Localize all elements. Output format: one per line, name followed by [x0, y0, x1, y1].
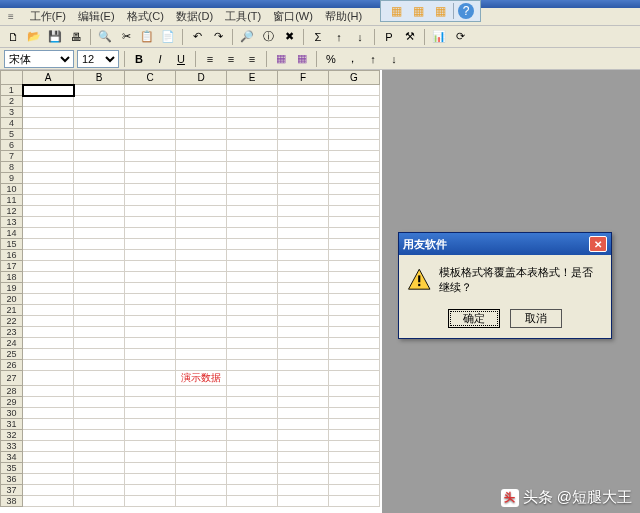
row-header[interactable]: 36 [1, 474, 23, 485]
cell[interactable] [227, 360, 278, 371]
cell[interactable] [23, 272, 74, 283]
cell[interactable] [227, 195, 278, 206]
decimal-dec-icon[interactable]: ↓ [385, 50, 403, 68]
cell[interactable] [329, 195, 380, 206]
cell[interactable] [23, 397, 74, 408]
cell[interactable] [329, 496, 380, 507]
row-header[interactable]: 15 [1, 239, 23, 250]
cell[interactable] [227, 118, 278, 129]
cell[interactable] [227, 305, 278, 316]
sort-asc-icon[interactable]: ↑ [330, 28, 348, 46]
cell[interactable] [176, 305, 227, 316]
menu-window[interactable]: 窗口(W) [267, 7, 319, 26]
row-header[interactable]: 2 [1, 96, 23, 107]
cell[interactable] [176, 463, 227, 474]
cell[interactable] [23, 452, 74, 463]
cell[interactable] [278, 283, 329, 294]
cell[interactable] [329, 316, 380, 327]
cell[interactable] [227, 430, 278, 441]
cell[interactable] [176, 441, 227, 452]
cell[interactable] [227, 419, 278, 430]
cell[interactable] [227, 441, 278, 452]
spreadsheet-area[interactable]: ABCDEFG123456789101112131415161718192021… [0, 70, 382, 513]
row-header[interactable]: 38 [1, 496, 23, 507]
cell[interactable] [329, 349, 380, 360]
cell[interactable] [74, 386, 125, 397]
cell[interactable] [125, 338, 176, 349]
column-header[interactable]: F [278, 71, 329, 85]
cell[interactable] [125, 96, 176, 107]
cell[interactable] [125, 195, 176, 206]
cell[interactable] [278, 129, 329, 140]
cell[interactable] [74, 371, 125, 386]
column-header[interactable]: G [329, 71, 380, 85]
align-right-icon[interactable]: ≡ [243, 50, 261, 68]
cancel-button[interactable]: 取消 [510, 309, 562, 328]
cell[interactable] [23, 239, 74, 250]
row-header[interactable]: 21 [1, 305, 23, 316]
cell[interactable] [329, 327, 380, 338]
cell[interactable] [23, 294, 74, 305]
row-header[interactable]: 34 [1, 452, 23, 463]
cell[interactable] [176, 173, 227, 184]
column-header[interactable]: B [74, 71, 125, 85]
cell[interactable] [125, 217, 176, 228]
cell[interactable] [74, 397, 125, 408]
menu-file[interactable]: 工作(F) [24, 7, 72, 26]
cell[interactable] [278, 327, 329, 338]
cell[interactable] [329, 107, 380, 118]
insert-icon[interactable]: ⓘ [259, 28, 277, 46]
cell[interactable] [125, 485, 176, 496]
cell[interactable] [227, 250, 278, 261]
cell[interactable] [278, 118, 329, 129]
cell[interactable] [125, 430, 176, 441]
cell[interactable] [125, 496, 176, 507]
cell[interactable] [125, 463, 176, 474]
row-header[interactable]: 31 [1, 419, 23, 430]
cell[interactable] [74, 184, 125, 195]
cell[interactable] [329, 463, 380, 474]
font-size-select[interactable]: 12 [77, 50, 119, 68]
cell[interactable] [176, 206, 227, 217]
cell[interactable] [125, 206, 176, 217]
row-header[interactable]: 35 [1, 463, 23, 474]
cell[interactable] [329, 151, 380, 162]
cell[interactable] [329, 338, 380, 349]
cell[interactable] [74, 162, 125, 173]
cell[interactable] [278, 206, 329, 217]
cell[interactable] [227, 294, 278, 305]
cut-icon[interactable]: ✂ [117, 28, 135, 46]
cell[interactable] [176, 96, 227, 107]
cell[interactable] [23, 496, 74, 507]
help-icon[interactable]: ? [458, 3, 474, 19]
cell[interactable] [176, 184, 227, 195]
save-icon[interactable]: 💾 [46, 28, 64, 46]
cell[interactable] [329, 283, 380, 294]
cell[interactable] [227, 129, 278, 140]
cell[interactable] [125, 386, 176, 397]
menu-edit[interactable]: 编辑(E) [72, 7, 121, 26]
cell[interactable] [125, 397, 176, 408]
cell[interactable] [278, 85, 329, 96]
cell[interactable] [23, 408, 74, 419]
cell[interactable] [227, 283, 278, 294]
row-header[interactable]: 12 [1, 206, 23, 217]
cell[interactable] [227, 463, 278, 474]
align-left-icon[interactable]: ≡ [201, 50, 219, 68]
cell[interactable] [176, 85, 227, 96]
column-header[interactable]: C [125, 71, 176, 85]
cell[interactable] [278, 272, 329, 283]
column-header[interactable]: D [176, 71, 227, 85]
cell[interactable] [278, 140, 329, 151]
cell[interactable] [278, 430, 329, 441]
cell[interactable] [74, 283, 125, 294]
cell[interactable] [74, 261, 125, 272]
cell[interactable] [227, 397, 278, 408]
row-header[interactable]: 22 [1, 316, 23, 327]
cell[interactable] [278, 496, 329, 507]
cell[interactable] [23, 338, 74, 349]
cell[interactable] [176, 140, 227, 151]
cell[interactable] [227, 316, 278, 327]
cell[interactable] [176, 430, 227, 441]
row-header[interactable]: 14 [1, 228, 23, 239]
